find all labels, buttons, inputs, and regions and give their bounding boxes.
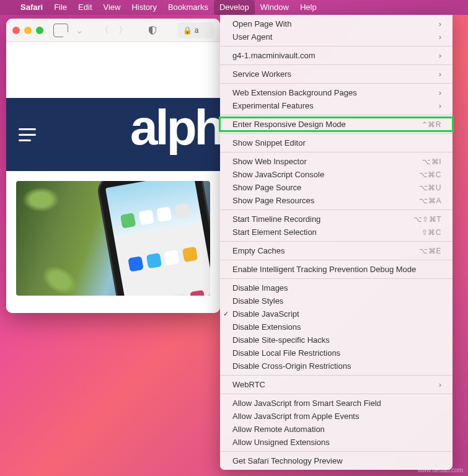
menu-item-get-safari-technology-preview[interactable]: Get Safari Technology Preview xyxy=(220,454,453,467)
menu-item-web-extension-background-pages[interactable]: Web Extension Background Pages› xyxy=(220,86,453,99)
menu-item-label: Disable Cross-Origin Restrictions xyxy=(232,361,441,371)
menu-item-label: Service Workers xyxy=(232,69,439,79)
menu-separator xyxy=(220,451,453,452)
menu-separator xyxy=(220,64,453,65)
menu-item-allow-unsigned-extensions[interactable]: Allow Unsigned Extensions xyxy=(220,436,453,449)
menu-item-label: Disable Site-specific Hacks xyxy=(232,335,441,345)
menu-item-empty-caches[interactable]: Empty Caches⌥⌘E xyxy=(220,244,453,257)
hamburger-menu-icon[interactable] xyxy=(19,125,36,145)
menu-item-label: User Agent xyxy=(232,32,439,42)
sidebar-dropdown-icon[interactable]: ⌄ xyxy=(72,23,87,38)
menu-item-label: g4-1.macminivault.com xyxy=(232,51,439,60)
site-logo: alph xyxy=(130,103,220,152)
menu-separator xyxy=(220,209,453,210)
menu-item-allow-remote-automation[interactable]: Allow Remote Automation xyxy=(220,423,453,436)
menubar-item-develop[interactable]: Develop xyxy=(214,0,255,15)
menubar-item-bookmarks[interactable]: Bookmarks xyxy=(162,0,214,15)
menu-item-shortcut: ⌃⌘R xyxy=(422,120,441,129)
menu-item-shortcut: ⌥⌘I xyxy=(422,157,441,166)
menu-item-label: Start Timeline Recording xyxy=(232,214,413,224)
menu-item-label: Show Page Source xyxy=(232,183,419,192)
menu-item-label: WebRTC xyxy=(232,380,439,389)
submenu-arrow-icon: › xyxy=(439,32,441,42)
menu-item-disable-local-file-restrictions[interactable]: Disable Local File Restrictions xyxy=(220,346,453,359)
menu-item-show-web-inspector[interactable]: Show Web Inspector⌥⌘I xyxy=(220,155,453,168)
submenu-arrow-icon: › xyxy=(439,88,441,97)
menu-item-disable-styles[interactable]: Disable Styles xyxy=(220,294,453,307)
menu-item-label: Allow JavaScript from Apple Events xyxy=(232,412,441,421)
menu-item-label: Experimental Features xyxy=(232,101,439,110)
menu-item-show-snippet-editor[interactable]: Show Snippet Editor xyxy=(220,136,453,149)
menu-item-shortcut: ⇧⌘C xyxy=(422,228,441,237)
check-icon: ✓ xyxy=(223,310,229,318)
sidebar-toggle-button[interactable] xyxy=(53,23,68,38)
menu-separator xyxy=(220,133,453,134)
minimize-window-button[interactable] xyxy=(24,27,32,34)
menu-item-allow-javascript-from-apple-events[interactable]: Allow JavaScript from Apple Events xyxy=(220,410,453,423)
menu-item-enter-responsive-design-mode[interactable]: Enter Responsive Design Mode⌃⌘R xyxy=(220,118,453,131)
menu-item-user-agent[interactable]: User Agent› xyxy=(220,30,453,43)
menu-item-shortcut: ⌥⌘A xyxy=(419,196,441,205)
submenu-arrow-icon: › xyxy=(439,69,441,79)
article-hero-image xyxy=(16,181,210,296)
menu-item-show-javascript-console[interactable]: Show JavaScript Console⌥⌘C xyxy=(220,168,453,181)
menu-item-shortcut: ⌥⌘U xyxy=(419,183,441,192)
develop-menu-dropdown: Open Page With›User Agent›g4-1.macminiva… xyxy=(220,15,453,470)
menubar-item-window[interactable]: Window xyxy=(255,0,294,15)
watermark: www.deuao.com xyxy=(418,467,463,474)
menu-item-disable-cross-origin-restrictions[interactable]: Disable Cross-Origin Restrictions xyxy=(220,359,453,372)
menu-separator xyxy=(220,260,453,260)
menu-item-webrtc[interactable]: WebRTC› xyxy=(220,378,453,391)
menu-item-start-timeline-recording[interactable]: Start Timeline Recording⌥⇧⌘T xyxy=(220,213,453,226)
menu-separator xyxy=(220,83,453,84)
menubar-item-history[interactable]: History xyxy=(126,0,162,15)
menu-item-disable-images[interactable]: Disable Images xyxy=(220,281,453,294)
safari-window: ⌄ 〈 〉 🔒 a alph xyxy=(6,19,220,313)
menu-item-label: Disable Images xyxy=(232,283,441,293)
menubar-item-edit[interactable]: Edit xyxy=(73,0,97,15)
menu-item-shortcut: ⌥⌘E xyxy=(419,247,441,255)
lock-icon: 🔒 xyxy=(183,26,192,35)
menu-item-label: Enter Responsive Design Mode xyxy=(232,120,422,129)
menu-item-disable-site-specific-hacks[interactable]: Disable Site-specific Hacks xyxy=(220,333,453,346)
menu-item-label: Show Snippet Editor xyxy=(232,138,441,148)
menu-item-start-element-selection[interactable]: Start Element Selection⇧⌘C xyxy=(220,226,453,239)
site-header: alph xyxy=(6,98,220,171)
menu-separator xyxy=(220,241,453,242)
menubar-item-view[interactable]: View xyxy=(98,0,126,15)
close-window-button[interactable] xyxy=(12,27,20,34)
menu-item-enable-intelligent-tracking-prevention-debug-mode[interactable]: Enable Intelligent Tracking Prevention D… xyxy=(220,263,453,276)
menu-item-disable-javascript[interactable]: ✓Disable JavaScript xyxy=(220,307,453,320)
menu-item-experimental-features[interactable]: Experimental Features› xyxy=(220,99,453,112)
menubar-item-help[interactable]: Help xyxy=(294,0,322,15)
menu-item-label: Disable Styles xyxy=(232,296,441,306)
forward-button[interactable]: 〉 xyxy=(115,23,130,38)
menu-item-label: Enable Intelligent Tracking Prevention D… xyxy=(232,265,441,274)
menu-item-open-page-with[interactable]: Open Page With› xyxy=(220,17,453,30)
address-text: a xyxy=(195,26,199,35)
submenu-arrow-icon: › xyxy=(439,51,441,60)
menu-item-label: Allow Remote Automation xyxy=(232,425,441,434)
menu-item-show-page-source[interactable]: Show Page Source⌥⌘U xyxy=(220,181,453,194)
menu-separator xyxy=(220,152,453,152)
menu-item-g4-1-macminivault-com[interactable]: g4-1.macminivault.com› xyxy=(220,49,453,62)
safari-toolbar: ⌄ 〈 〉 🔒 a xyxy=(6,19,220,42)
menu-item-disable-extensions[interactable]: Disable Extensions xyxy=(220,320,453,333)
address-bar[interactable]: 🔒 a xyxy=(178,22,214,38)
menu-item-label: Allow JavaScript from Smart Search Field xyxy=(232,399,441,408)
menu-item-show-page-resources[interactable]: Show Page Resources⌥⌘A xyxy=(220,194,453,207)
menubar-item-file[interactable]: File xyxy=(48,0,73,15)
back-button[interactable]: 〈 xyxy=(97,23,112,38)
page-content: alph xyxy=(6,42,220,313)
menu-item-label: Disable Extensions xyxy=(232,322,441,332)
menu-item-label: Show Page Resources xyxy=(232,196,419,205)
menu-item-label: Disable Local File Restrictions xyxy=(232,348,441,358)
menu-item-label: Web Extension Background Pages xyxy=(232,88,439,97)
menubar-item-safari[interactable]: Safari xyxy=(15,0,48,15)
submenu-arrow-icon: › xyxy=(439,101,441,110)
fullscreen-window-button[interactable] xyxy=(36,27,43,34)
menu-item-allow-javascript-from-smart-search-field[interactable]: Allow JavaScript from Smart Search Field xyxy=(220,397,453,410)
shield-icon[interactable] xyxy=(145,23,160,38)
menu-item-service-workers[interactable]: Service Workers› xyxy=(220,68,453,81)
menu-item-label: Get Safari Technology Preview xyxy=(232,456,441,465)
